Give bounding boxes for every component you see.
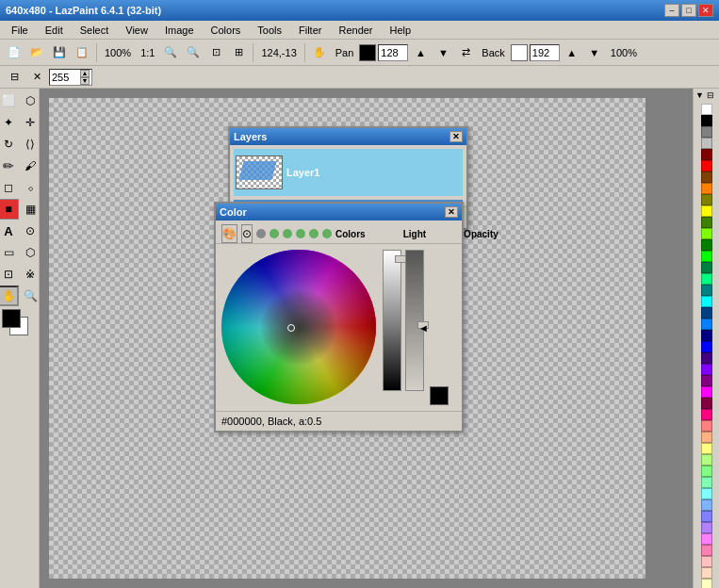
color-swatch-34[interactable]	[701, 488, 712, 499]
menu-view[interactable]: View	[118, 23, 155, 38]
select-shapes-tool[interactable]: ⬡	[20, 242, 40, 263]
zoom-in-btn[interactable]: 🔍	[160, 42, 181, 63]
stamp-tool[interactable]: ⊡	[0, 264, 19, 285]
nav-dot-5[interactable]	[309, 229, 319, 238]
fill-tool[interactable]: ■	[0, 199, 19, 220]
zoom-tool[interactable]: 🔍	[20, 286, 40, 306]
move-tool[interactable]: ✛	[20, 112, 40, 133]
menu-help[interactable]: Help	[383, 23, 419, 38]
color-swatch-18[interactable]	[701, 307, 712, 318]
menu-edit[interactable]: Edit	[38, 23, 71, 38]
color-swatch-4[interactable]	[701, 149, 712, 160]
fg-value-input[interactable]	[378, 44, 408, 61]
color-swatch-23[interactable]	[701, 364, 712, 375]
spin-down-btn[interactable]: ▼	[80, 77, 90, 85]
color-swatch-21[interactable]	[701, 341, 712, 352]
color-swatch-16[interactable]	[701, 285, 712, 296]
pencil-tool[interactable]: ✏	[0, 155, 19, 176]
color-swatch-27[interactable]	[701, 409, 712, 420]
color-swatch-37[interactable]	[701, 522, 712, 533]
opacity-slider-thumb[interactable]: ◄	[417, 321, 429, 329]
color-swatch-12[interactable]	[701, 239, 712, 251]
menu-image[interactable]: Image	[157, 23, 202, 38]
fg-down-btn[interactable]: ▼	[433, 42, 453, 63]
new-button[interactable]: 📄	[4, 42, 25, 63]
layers-close-btn[interactable]: ✕	[449, 131, 463, 142]
color-swatch-5[interactable]	[701, 160, 712, 172]
maximize-button[interactable]: □	[681, 4, 696, 17]
color-swatch-6[interactable]	[701, 172, 712, 183]
menu-colors[interactable]: Colors	[204, 23, 249, 38]
color-tab-wheel[interactable]: ⊙	[241, 224, 253, 243]
color-swatch-24[interactable]	[701, 375, 712, 386]
brush-tool[interactable]: 🖌	[20, 155, 40, 176]
bg-up-btn[interactable]: ▲	[562, 42, 582, 63]
color-swatch-14[interactable]	[701, 262, 712, 273]
pan-tool[interactable]: ✋	[0, 286, 19, 306]
tool-option-1[interactable]: ⊟	[4, 67, 25, 88]
color-wheel-container[interactable]	[221, 250, 377, 405]
menu-file[interactable]: File	[4, 23, 36, 38]
gradient-tool[interactable]: ▦	[20, 199, 40, 220]
color-swatch-36[interactable]	[701, 511, 712, 522]
blur-tool[interactable]: ※	[20, 264, 40, 285]
color-swatch-9[interactable]	[701, 205, 712, 217]
zoom-custom-btn[interactable]: ⊞	[228, 42, 249, 63]
color-swatch-32[interactable]	[701, 466, 712, 477]
color-swatch-0[interactable]	[701, 104, 712, 115]
palette-menu-btn[interactable]: ▼	[695, 90, 707, 102]
shapes-tool[interactable]: ▭	[0, 242, 19, 263]
color-swatch-31[interactable]	[701, 454, 712, 466]
zoom-out-btn[interactable]: 🔍	[183, 42, 204, 63]
zoom-fit-btn[interactable]: ⊡	[205, 42, 226, 63]
swap-colors-btn[interactable]: ⇄	[455, 42, 476, 63]
save-as-button[interactable]: 📋	[72, 42, 92, 63]
color-wheel-canvas[interactable]	[221, 250, 377, 405]
color-swatch-19[interactable]	[701, 318, 712, 330]
nav-dot-1[interactable]	[256, 229, 266, 238]
deform-tool[interactable]: ⟨⟩	[20, 134, 40, 155]
color-swatch-8[interactable]	[701, 194, 712, 205]
open-button[interactable]: 📂	[26, 42, 47, 63]
phong-tool[interactable]: ⊙	[20, 220, 40, 241]
color-swatch-7[interactable]	[701, 183, 712, 194]
close-button[interactable]: ✕	[698, 4, 713, 17]
color-swatch-30[interactable]	[701, 443, 712, 454]
color-swatch-2[interactable]	[701, 126, 712, 138]
color-swatch-22[interactable]	[701, 352, 712, 364]
menu-tools[interactable]: Tools	[250, 23, 289, 38]
menu-select[interactable]: Select	[73, 23, 117, 38]
nav-dot-3[interactable]	[283, 229, 292, 238]
color-dialog-close-btn[interactable]: ✕	[445, 206, 458, 218]
color-swatch-40[interactable]	[701, 556, 712, 567]
bg-color-box[interactable]	[511, 44, 528, 61]
nav-dot-6[interactable]	[322, 229, 332, 238]
palette-toggle-btn[interactable]: ⊟	[707, 90, 718, 102]
clone-tool[interactable]: ⬦	[20, 177, 40, 198]
bg-down-btn[interactable]: ▼	[584, 42, 605, 63]
save-button[interactable]: 💾	[49, 42, 70, 63]
select-rect-tool[interactable]: ⬜	[0, 90, 19, 111]
opacity-slider-track[interactable]: ◄	[405, 250, 424, 391]
color-swatch-15[interactable]	[701, 273, 712, 285]
color-swatch-17[interactable]	[701, 296, 712, 307]
color-swatch-42[interactable]	[701, 579, 712, 588]
brush-size-input[interactable]	[52, 72, 80, 83]
color-swatch-1[interactable]	[701, 115, 712, 126]
spin-up-btn[interactable]: ▲	[80, 70, 90, 77]
color-swatch-29[interactable]	[701, 432, 712, 443]
color-swatch-38[interactable]	[701, 533, 712, 545]
eraser-tool[interactable]: ◻	[0, 177, 19, 198]
color-swatch-11[interactable]	[701, 228, 712, 239]
menu-render[interactable]: Render	[331, 23, 380, 38]
fg-color-box[interactable]	[359, 44, 376, 61]
magic-wand-tool[interactable]: ✦	[0, 112, 19, 133]
tool-option-2[interactable]: ✕	[26, 67, 47, 88]
color-tab-palette[interactable]: 🎨	[221, 224, 237, 243]
pan-mode-btn[interactable]: ✋	[309, 42, 330, 63]
color-swatch-33[interactable]	[701, 477, 712, 488]
menu-filter[interactable]: Filter	[291, 23, 329, 38]
rotate-tool[interactable]: ↻	[0, 134, 19, 155]
color-swatch-3[interactable]	[701, 138, 712, 149]
color-swatch-10[interactable]	[701, 217, 712, 228]
